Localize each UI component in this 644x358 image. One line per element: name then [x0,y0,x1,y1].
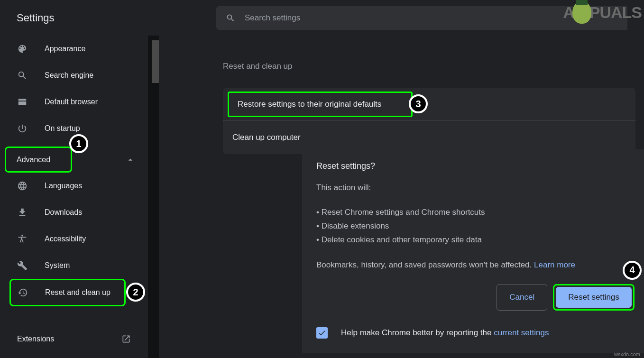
section-title: Reset and clean up [223,62,644,71]
dialog-bullet: • Delete cookies and other temporary sit… [316,233,644,247]
annotation-badge-3: 3 [409,94,428,113]
reset-button[interactable]: Reset settings [556,287,632,308]
download-icon [17,207,28,218]
sidebar-item-label: Reset and clean up [45,288,110,297]
sidebar-item-label: Accessibility [45,235,86,243]
settings-card: Restore settings to their original defau… [223,88,635,154]
search-input[interactable] [245,13,618,23]
card-row-label: Clean up computer [232,133,301,142]
cancel-button[interactable]: Cancel [497,284,547,311]
dialog-bullet: • Disable extensions [316,220,644,233]
wrench-icon [17,260,28,271]
sidebar-item-downloads[interactable]: Downloads [0,199,159,226]
dialog-buttons: Cancel Reset settings 4 [316,284,644,311]
sidebar-item-label: Languages [45,182,82,190]
sidebar-section-label: Advanced [17,156,50,164]
dialog-title: Reset settings? [316,161,644,171]
page-title: Settings [17,12,55,24]
restore-defaults-highlight: Restore settings to their original defau… [228,92,413,117]
sidebar-item-label: Search engine [45,71,93,80]
sidebar-item-extensions[interactable]: Extensions [0,326,159,352]
learn-more-link[interactable]: Learn more [534,260,575,269]
search-icon [17,70,28,81]
report-checkbox[interactable] [316,327,328,339]
sidebar-item-label: Downloads [45,208,82,217]
sidebar-item-label: Extensions [17,335,121,343]
sidebar-item-label: Default browser [45,98,98,106]
sidebar-inner: Appearance Search engine Default browser… [0,36,159,352]
sidebar-item-default-browser[interactable]: Default browser [0,89,159,115]
sidebar-item-appearance[interactable]: Appearance [0,36,159,62]
annotation-badge-1: 1 [69,134,88,153]
palette-icon [17,44,28,54]
sidebar-item-label: On startup [45,124,80,133]
dialog-bullet: • Reset Chrome settings and Chrome short… [316,206,644,220]
chevron-up-icon [126,155,135,165]
sidebar-section-advanced[interactable]: Advanced [5,147,72,173]
reset-dialog: Reset settings? This action will: • Rese… [302,149,644,353]
card-row-restore[interactable]: Restore settings to their original defau… [223,88,635,121]
sidebar-item-label: System [45,261,70,270]
checkbox-label: Help make Chrome better by reporting the… [341,328,549,338]
annotation-badge-2: 2 [126,283,145,302]
browser-icon [17,97,28,107]
footer-source: wsxdn.com [614,351,640,357]
current-settings-link[interactable]: current settings [494,328,549,337]
dialog-note: Bookmarks, history, and saved passwords … [316,260,644,270]
open-in-new-icon [121,334,131,344]
sidebar: Appearance Search engine Default browser… [0,36,159,358]
sidebar-item-reset[interactable]: Reset and clean up [9,279,126,306]
restore-icon [18,287,28,298]
checkbox-row: Help make Chrome better by reporting the… [316,327,644,339]
logo-mascot-icon [572,1,591,24]
sidebar-item-system[interactable]: System [0,252,159,279]
sidebar-item-label: Appearance [45,45,85,53]
globe-icon [17,181,28,191]
sidebar-item-languages[interactable]: Languages [0,173,159,199]
accessibility-icon [17,234,28,244]
appuals-logo: A PUALS [563,1,642,24]
power-icon [17,123,28,134]
divider [0,316,159,316]
annotation-badge-4: 4 [623,261,642,280]
dialog-intro: This action will: [316,183,644,193]
sidebar-item-accessibility[interactable]: Accessibility [0,226,159,252]
sidebar-item-search-engine[interactable]: Search engine [0,62,159,89]
check-icon [318,329,326,337]
card-row-label: Restore settings to their original defau… [238,100,381,109]
dialog-list: • Reset Chrome settings and Chrome short… [316,206,644,247]
header: Settings [0,0,644,36]
search-icon [226,13,235,23]
